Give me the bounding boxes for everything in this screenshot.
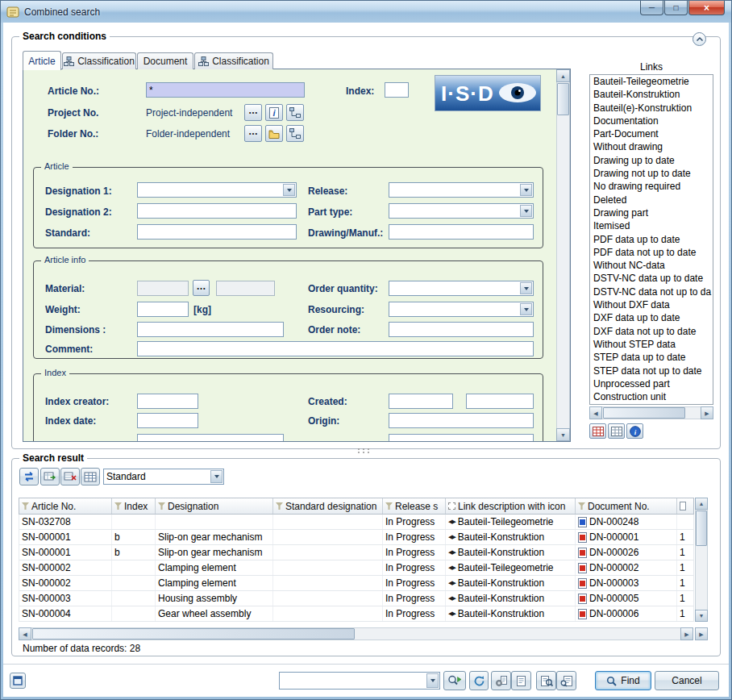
scroll-down-button[interactable]: ▼ [695,610,708,622]
list-item[interactable]: Documentation [590,115,713,127]
folder-structure-button[interactable] [286,125,304,142]
column-header-pages[interactable] [677,498,692,514]
scrollbar-thumb[interactable] [32,628,355,640]
list-item[interactable]: Drawing part [590,206,713,219]
list-item[interactable]: No drawing required [590,180,713,193]
project-browse-button[interactable]: … [244,104,262,121]
links-list-view-button[interactable] [608,423,625,439]
release-combo[interactable] [389,182,534,198]
list-item[interactable]: Without DXF data [590,298,713,311]
designation1-combo[interactable] [137,182,297,198]
index-input[interactable] [385,82,409,98]
table-row[interactable]: SN-000004 Gear wheel assembly In Progres… [19,606,694,622]
list-item[interactable]: PDF data up to date [590,233,713,246]
scrollbar-thumb[interactable] [696,510,707,546]
table-row[interactable]: SN-000002 Clamping element In Progress ◀… [19,560,694,576]
origin-input[interactable] [389,413,534,428]
standard-input[interactable] [137,224,297,240]
titlebar[interactable]: Combined search ─ □ × [1,1,731,23]
scroll-left-button[interactable]: ◀ [589,406,602,419]
column-header-document-no[interactable]: Document No. [576,498,677,514]
list-item[interactable]: Without drawing [590,140,713,153]
list-item[interactable]: Drawing not up to date [590,167,713,180]
table-row[interactable]: SN-000001 b Slip-on gear mechanism In Pr… [19,530,694,545]
chevron-down-icon[interactable] [520,303,532,315]
preview-search-button[interactable] [536,671,556,690]
list-item[interactable]: PDF data not up to date [590,246,713,259]
refresh-results-button[interactable] [19,468,39,485]
form-view-button[interactable] [10,673,26,689]
scroll-left-button[interactable]: ◀ [19,627,31,640]
list-item[interactable]: Construction unit [590,390,713,403]
table-row[interactable]: SN-000001 b Slip-on gear mechanism In Pr… [19,545,694,560]
result-template-combo[interactable]: Standard [103,469,224,485]
scroll-right-button[interactable]: ▶ [701,406,713,419]
chevron-down-icon[interactable] [520,282,532,294]
new-document-button[interactable] [511,671,531,690]
chevron-down-icon[interactable] [520,205,532,217]
saved-search-combo[interactable] [279,672,440,690]
order-quantity-combo[interactable] [389,281,534,296]
index-date-input[interactable] [137,413,198,428]
list-item[interactable]: DXF data up to date [590,311,713,324]
cancel-button[interactable]: Cancel [655,671,719,690]
column-header-designation[interactable]: Designation [156,498,273,514]
drawing-manuf-input[interactable] [389,224,534,240]
panel-scrollbar[interactable] [556,69,570,441]
export-results-button[interactable] [40,468,60,485]
clipped-input[interactable] [389,434,534,442]
folder-browse-button[interactable]: … [244,125,262,142]
clipped-input[interactable] [137,434,284,442]
collapse-button[interactable] [692,32,706,46]
project-structure-button[interactable] [286,104,304,121]
list-item[interactable]: Bauteil(e)-Konstruktion [590,102,713,115]
list-item[interactable]: Bauteil-Konstruktion [590,88,713,101]
list-item[interactable]: STEP data not up to date [590,365,713,377]
comment-input[interactable] [137,341,534,356]
tab-article[interactable]: Article [23,51,61,70]
scroll-up-button[interactable]: ▲ [695,498,708,510]
scroll-down-button[interactable]: ▼ [556,428,570,441]
list-item[interactable]: Unprocessed part [590,377,713,390]
document-preview-button[interactable] [556,671,576,690]
list-item[interactable]: Without NC-data [590,259,713,272]
tab-document[interactable]: Document [137,52,193,69]
index-creator-input[interactable] [137,394,198,409]
created-date-input[interactable] [389,394,453,409]
list-item[interactable]: Without STEP data [590,338,713,351]
material-browse-button[interactable]: … [193,280,210,296]
list-item[interactable]: DSTV-NC data not up to da [590,285,713,298]
designation2-input[interactable] [137,203,297,219]
splitter-handle[interactable] [358,448,371,453]
chevron-down-icon[interactable] [520,184,532,196]
result-list-settings-button[interactable] [81,468,100,485]
links-info-button[interactable]: i [626,423,643,439]
scroll-corner-button[interactable]: ▶ [695,627,708,640]
tab-classification-1[interactable]: Classification [62,52,136,69]
folder-open-button[interactable] [265,125,283,142]
chevron-down-icon[interactable] [283,184,295,196]
list-item[interactable]: Deleted [590,194,713,206]
list-item[interactable]: Drawing up to date [590,154,713,167]
order-note-input[interactable] [389,322,534,337]
table-row[interactable]: SN-000002 Clamping element In Progress ◀… [19,576,694,591]
article-no-input[interactable] [146,82,305,98]
scroll-right-button[interactable]: ▶ [680,627,693,640]
maximize-button[interactable]: □ [664,1,688,15]
list-item[interactable]: STEP data up to date [590,351,713,364]
chevron-down-icon[interactable] [210,470,223,483]
refresh-search-button[interactable] [469,671,489,690]
list-item[interactable]: DXF data not up to date [590,325,713,338]
scrollbar-thumb[interactable] [603,407,685,419]
column-header-article-no[interactable]: Article No. [19,498,112,514]
close-button[interactable]: × [688,1,725,15]
links-table-view-button[interactable] [589,423,606,439]
scrollbar-thumb[interactable] [557,83,569,115]
table-row[interactable]: SN-000003 Housing assembly In Progress ◀… [19,591,694,606]
project-info-button[interactable]: i [265,104,283,121]
search-options-button[interactable] [443,671,466,690]
list-item[interactable]: Bauteil-Teilegeometrie [590,75,713,88]
tab-classification-2[interactable]: Classification [194,52,273,69]
column-header-link-description[interactable]: Link description with icon [446,498,576,514]
created-time-input[interactable] [466,394,534,409]
